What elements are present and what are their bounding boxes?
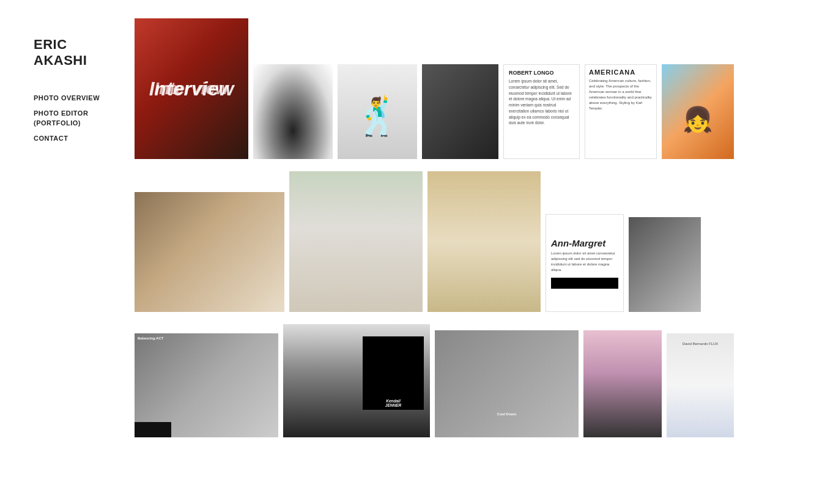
robert-longo-body: Lorem ipsum dolor sit amet, consectetur …: [509, 78, 574, 126]
ann-margret-black-bar: [551, 278, 618, 289]
site-title: ERIC AKASHI: [34, 37, 110, 69]
arch-room[interactable]: [427, 171, 541, 312]
americana-text[interactable]: AMERICANA Celebrating American culture, …: [585, 64, 657, 159]
fashion-header-text: Balancing ACT: [138, 336, 163, 340]
kendall-text: KendallJENNER: [383, 396, 404, 410]
atomic-explosion[interactable]: [253, 64, 333, 159]
nav-contact[interactable]: CONTACT: [34, 134, 110, 143]
product-editorial[interactable]: David Bernardo FLUX: [667, 333, 734, 437]
sidebar: ERIC AKASHI PHOTO OVERVIEW PHOTO EDITOR …: [0, 0, 128, 504]
grid-row-3: Balancing ACT KendallJENNER Cool Down Da…: [135, 324, 807, 437]
portrait-man[interactable]: [422, 64, 498, 159]
page-layout: ERIC AKASHI PHOTO OVERVIEW PHOTO EDITOR …: [0, 0, 825, 504]
nav-photo-editor[interactable]: PHOTO EDITOR (Portfolio): [34, 109, 110, 128]
pink-dark-collage[interactable]: [583, 330, 662, 437]
sidebar-nav: PHOTO OVERVIEW PHOTO EDITOR (Portfolio) …: [34, 94, 110, 144]
product-text: David Bernardo FLUX: [667, 339, 734, 348]
robert-longo-text[interactable]: ROBERT LONGO Lorem ipsum dolor sit amet,…: [503, 64, 580, 159]
row1-sub-group: 🕺 ROBERT LONGO Lorem ipsum dolor sit ame…: [253, 64, 734, 159]
fashion-collective[interactable]: Balancing ACT: [135, 333, 278, 437]
ann-margret-text[interactable]: Ann-Margret Lorem ipsum dolor sit amet c…: [546, 214, 624, 312]
grid-row-1: Interview 🕺 ROBERT LONGO Lorem ipsum dol…: [135, 18, 807, 159]
americana-heading: AMERICANA: [589, 69, 653, 76]
interior-windows[interactable]: [135, 192, 284, 312]
men-collage[interactable]: Cool Down: [435, 330, 579, 437]
model-dark-box: KendallJENNER: [363, 336, 424, 410]
americana-body: Celebrating American culture, fashion, a…: [589, 78, 653, 111]
ann-margret-name: Ann-Margret: [551, 238, 618, 248]
nav-photo-overview[interactable]: PHOTO OVERVIEW: [34, 94, 110, 103]
girl-outdoors[interactable]: 👧: [662, 64, 734, 159]
bw-portrait-woman[interactable]: [629, 217, 701, 312]
interior-fireplace[interactable]: [289, 171, 423, 312]
silhouette-dancer[interactable]: 🕺: [338, 64, 417, 159]
row1-top-strip: 🕺 ROBERT LONGO Lorem ipsum dolor sit ame…: [253, 64, 734, 159]
ann-margret-body: Lorem ipsum dolor sit amet consectetur a…: [551, 251, 618, 273]
fashion-black-bar: [135, 422, 171, 437]
robert-longo-heading: ROBERT LONGO: [509, 70, 574, 76]
cool-down-text: Cool Down: [435, 410, 579, 418]
main-content: Interview 🕺 ROBERT LONGO Lorem ipsum dol…: [128, 0, 825, 504]
grid-row-2: Ann-Margret Lorem ipsum dolor sit amet c…: [135, 171, 807, 312]
interview-cover[interactable]: Interview: [135, 18, 248, 159]
bw-model[interactable]: KendallJENNER: [283, 324, 430, 437]
